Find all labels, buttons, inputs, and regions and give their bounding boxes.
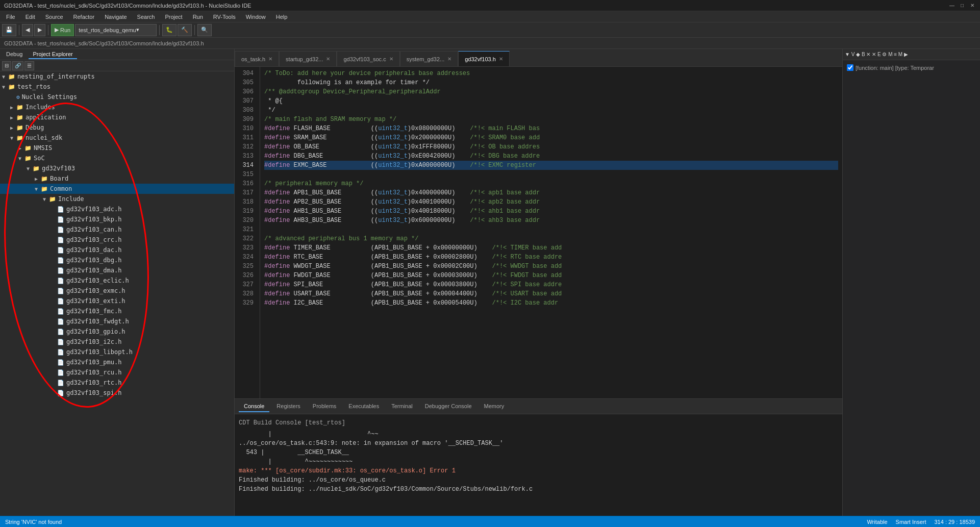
menu-item-file[interactable]: File: [2, 13, 19, 21]
tree-item-gd32vf103_can-h[interactable]: 📄gd32vf103_can.h: [0, 224, 234, 235]
console-line: ../os_core/os_task.c:543:9: note: in exp…: [239, 439, 838, 448]
bottom-tab-problems[interactable]: Problems: [308, 401, 341, 412]
tree-item-gd32vf103_rcu-h[interactable]: 📄gd32vf103_rcu.h: [0, 367, 234, 378]
tab-close[interactable]: ✕: [326, 56, 330, 62]
toolbar-forward-button[interactable]: ▶: [34, 24, 45, 36]
bottom-tab-registers[interactable]: Registers: [271, 401, 305, 412]
code-area[interactable]: 3043053063073083093103113123133143153163…: [235, 67, 842, 398]
link-editor-button[interactable]: 🔗: [12, 61, 23, 70]
tree-item-gd32vf103_eclic-h[interactable]: 📄gd32vf103_eclic.h: [0, 275, 234, 286]
tree-item-gd32vf103_exti-h[interactable]: 📄gd32vf103_exti.h: [0, 296, 234, 306]
tree-item-gd32vf103_dbg-h[interactable]: 📄gd32vf103_dbg.h: [0, 255, 234, 265]
tree-item-NMSIS[interactable]: ▶📁NMSIS: [0, 143, 234, 153]
toolbar-save-button[interactable]: 💾: [2, 24, 16, 36]
console-line: Finished building: ../os_core/os_queue.c: [239, 475, 838, 485]
line-num-325: 325: [239, 262, 256, 271]
editor-tab-1[interactable]: startup_gd32...✕: [279, 51, 337, 66]
tree-item-gd32vf103_adc-h[interactable]: 📄gd32vf103_adc.h: [0, 204, 234, 214]
tree-item-gd32vf103_pmu-h[interactable]: 📄gd32vf103_pmu.h: [0, 357, 234, 367]
tree-arrow: ▶: [10, 125, 16, 131]
function-checkbox[interactable]: [847, 64, 853, 71]
menu-item-help[interactable]: Help: [272, 13, 292, 21]
menu-item-navigate[interactable]: Navigate: [100, 13, 131, 21]
bottom-tab-executables[interactable]: Executables: [343, 401, 384, 412]
editor-tab-4[interactable]: gd32vf103.h✕: [458, 51, 510, 66]
menu-item-window[interactable]: Window: [242, 13, 270, 21]
menu-item-source[interactable]: Source: [41, 13, 67, 21]
run-button[interactable]: ▶ Run: [51, 24, 74, 36]
console-line: Finished building: ../nuclei_sdk/SoC/gd3…: [239, 485, 838, 494]
toolbar: 💾 ◀ ▶ ▶ Run test_rtos_debug_qemu ▾ 🐛 🔨 🔍: [0, 22, 980, 38]
tree-item-gd32vf103_dac-h[interactable]: 📄gd32vf103_dac.h: [0, 245, 234, 255]
tree-item-gd32vf103_bkp-h[interactable]: 📄gd32vf103_bkp.h: [0, 214, 234, 224]
tree-item-Board[interactable]: ▶📁Board: [0, 173, 234, 184]
editor-tab-0[interactable]: os_task.h✕: [235, 51, 279, 66]
tree-item-gd32vf103_libopt-h[interactable]: 📄gd32vf103_libopt.h: [0, 347, 234, 357]
toolbar-debug-button[interactable]: 🐛: [162, 24, 177, 36]
tree-label: application: [26, 114, 66, 121]
tree-item-test_rtos[interactable]: ▼📁test_rtos: [0, 82, 234, 92]
tree-item-gd32vf103_fmc-h[interactable]: 📄gd32vf103_fmc.h: [0, 306, 234, 316]
menu-item-project[interactable]: Project: [161, 13, 186, 21]
tree-item-gd32vf103_spi-h[interactable]: 📄gd32vf103_spi.h: [0, 388, 234, 398]
tree-item-gd32vf103_dma-h[interactable]: 📄gd32vf103_dma.h: [0, 265, 234, 275]
tree-item-gd32vf103_rtc-h[interactable]: 📄gd32vf103_rtc.h: [0, 378, 234, 388]
tree-label: gd32vf103_gpio.h: [66, 328, 125, 335]
tree-label: gd32vf103_pmu.h: [66, 359, 121, 366]
toolbar-sep-1: [19, 25, 19, 35]
tree-item-SoC[interactable]: ▼📁SoC: [0, 153, 234, 163]
tree-arrow: ▼: [27, 166, 33, 171]
collapse-all-button[interactable]: ⊟: [2, 61, 11, 70]
tab-close[interactable]: ✕: [447, 56, 451, 62]
bottom-tab-debugger-console[interactable]: Debugger Console: [420, 401, 477, 412]
editor-tab-2[interactable]: gd32vf103_soc.c✕: [337, 51, 399, 66]
file-icon: 📄: [57, 247, 64, 254]
filter-button[interactable]: ☰: [24, 61, 34, 70]
tree-item-Debug[interactable]: ▶📁Debug: [0, 122, 234, 133]
bottom-tab-console[interactable]: Console: [239, 401, 269, 412]
minimize-button[interactable]: —: [948, 2, 956, 9]
run-config-dropdown[interactable]: test_rtos_debug_qemu ▾: [75, 24, 157, 36]
code-content[interactable]: /* ToDo: add here your device peripheral…: [260, 67, 842, 398]
toolbar-build-button[interactable]: 🔨: [178, 24, 192, 36]
menu-item-search[interactable]: Search: [133, 13, 159, 21]
bottom-tab-memory[interactable]: Memory: [479, 401, 510, 412]
tree-item-application[interactable]: ▶📁application: [0, 112, 234, 122]
tree-item-Nuclei Settings[interactable]: ⚙Nuclei Settings: [0, 92, 234, 102]
close-button[interactable]: ✕: [969, 2, 976, 9]
tab-project-explorer[interactable]: Project Explorer: [29, 50, 77, 59]
tree-item-nuclei_sdk[interactable]: ▼📁nuclei_sdk: [0, 133, 234, 143]
tree-item-gd32vf103_gpio-h[interactable]: 📄gd32vf103_gpio.h: [0, 327, 234, 337]
maximize-button[interactable]: □: [959, 2, 966, 9]
tree-label: nuclei_sdk: [26, 134, 62, 141]
tab-close[interactable]: ✕: [499, 56, 503, 62]
console-line: make: *** [os_core/subdir.mk:33: os_core…: [239, 466, 838, 475]
tree-item-Include[interactable]: ▼📁Include: [0, 194, 234, 204]
tree-item-gd32vf103_exmc-h[interactable]: 📄gd32vf103_exmc.h: [0, 286, 234, 296]
tree-item-nesting_of_interrupts[interactable]: ▼📁nesting_of_interrupts: [0, 71, 234, 82]
bottom-tab-terminal[interactable]: Terminal: [386, 401, 418, 412]
tree-item-gd32vf103_i2c-h[interactable]: 📄gd32vf103_i2c.h: [0, 337, 234, 347]
menu-item-rv-tools[interactable]: RV-Tools: [209, 13, 240, 21]
tree-item-gd32vf103[interactable]: ▼📁gd32vf103: [0, 163, 234, 173]
tree-label: gd32vf103_dma.h: [66, 267, 121, 274]
toolbar-back-button[interactable]: ◀: [22, 24, 33, 36]
tree-arrow: ▼: [43, 196, 49, 202]
folder-icon: 📁: [24, 155, 32, 162]
tab-close[interactable]: ✕: [389, 56, 393, 62]
tab-close[interactable]: ✕: [268, 56, 272, 62]
tree-item-Includes[interactable]: ▶📁Includes: [0, 102, 234, 112]
tree-item-gd32vf103_crc-h[interactable]: 📄gd32vf103_crc.h: [0, 235, 234, 245]
menu-item-edit[interactable]: Edit: [21, 13, 39, 21]
tree-item-gd32vf103_fwdgt-h[interactable]: 📄gd32vf103_fwdgt.h: [0, 316, 234, 327]
tree-item-Common[interactable]: ▼📁Common: [0, 184, 234, 194]
tree-label: gd32vf103_eclic.h: [66, 277, 129, 284]
toolbar-search-button[interactable]: 🔍: [197, 24, 212, 36]
menu-item-run[interactable]: Run: [189, 13, 207, 21]
editor-tab-3[interactable]: system_gd32...✕: [400, 51, 459, 66]
file-icon: 📄: [57, 267, 64, 274]
code-line-322: /* advanced peripheral bus 1 memory map …: [264, 234, 838, 243]
menu-item-refactor[interactable]: Refactor: [69, 13, 99, 21]
folder-icon: 📁: [16, 104, 23, 111]
tab-debug[interactable]: Debug: [2, 50, 27, 59]
